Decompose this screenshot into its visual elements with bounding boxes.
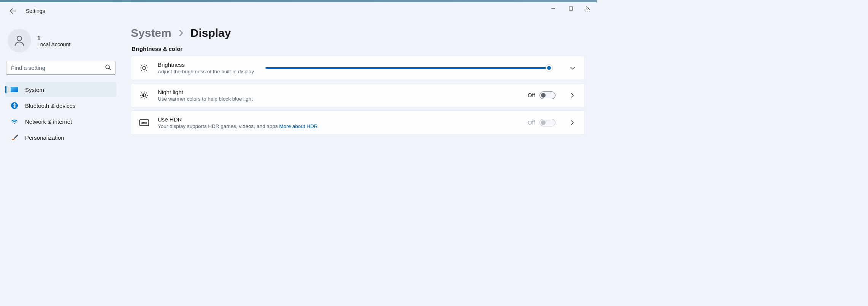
sidebar-item-network[interactable]: Network & internet: [5, 114, 116, 129]
hdr-icon: HDR: [139, 119, 149, 126]
card-brightness[interactable]: Brightness Adjust the brightness of the …: [131, 56, 585, 80]
titlebar: Settings: [0, 2, 597, 20]
open-button[interactable]: [568, 120, 577, 125]
card-title: Brightness: [158, 62, 254, 68]
wifi-icon: [11, 118, 18, 125]
night-light-icon: [139, 91, 149, 100]
arrow-left-icon: [10, 8, 16, 14]
minimize-button[interactable]: [544, 2, 562, 14]
card-subtitle: Use warmer colors to help block blue lig…: [158, 96, 253, 102]
sidebar-item-label: System: [25, 87, 44, 93]
more-about-hdr-link[interactable]: More about HDR: [279, 123, 317, 129]
svg-rect-0: [569, 7, 573, 10]
chevron-right-icon: [178, 29, 184, 37]
section-title: Brightness & color: [132, 46, 585, 52]
toggle-state-label: Off: [528, 92, 535, 98]
sidebar-item-label: Bluetooth & devices: [25, 103, 76, 109]
search-input[interactable]: [6, 61, 116, 75]
brightness-icon: [139, 63, 149, 73]
svg-point-6: [143, 66, 146, 69]
card-title: Use HDR: [158, 116, 317, 123]
svg-point-1: [17, 36, 22, 41]
night-light-toggle[interactable]: [540, 91, 555, 99]
person-icon: [13, 34, 26, 47]
sidebar-item-label: Personalization: [25, 134, 64, 141]
system-icon: [11, 86, 18, 93]
chevron-down-icon: [570, 65, 575, 71]
app-title: Settings: [26, 8, 45, 14]
card-hdr[interactable]: HDR Use HDR Your display supports HDR ga…: [131, 110, 585, 135]
slider-thumb[interactable]: [546, 65, 552, 71]
close-icon: [586, 6, 590, 11]
svg-text:HDR: HDR: [141, 121, 148, 125]
svg-rect-4: [11, 87, 18, 92]
card-subtitle: Adjust the brightness of the built-in di…: [158, 69, 254, 74]
brightness-slider[interactable]: [265, 64, 552, 72]
maximize-icon: [569, 6, 573, 11]
close-button[interactable]: [579, 2, 597, 14]
card-night-light[interactable]: Night light Use warmer colors to help bl…: [131, 83, 585, 107]
profile-subtitle: Local Account: [37, 41, 70, 47]
svg-point-2: [106, 65, 109, 69]
sidebar: 1 Local Account System Bluetooth & dev: [0, 20, 122, 210]
slider-track: [265, 67, 552, 69]
hdr-toggle[interactable]: [540, 119, 555, 126]
maximize-button[interactable]: [562, 2, 579, 14]
expand-button[interactable]: [568, 65, 577, 71]
card-title: Night light: [158, 89, 253, 95]
profile-block[interactable]: 1 Local Account: [5, 27, 116, 59]
bluetooth-icon: [11, 102, 18, 109]
sidebar-item-personalization[interactable]: Personalization: [5, 130, 116, 145]
main-panel: System Display Brightness & color Bright…: [122, 20, 597, 210]
minimize-icon: [551, 6, 555, 11]
hdr-subtitle-text: Your display supports HDR games, videos,…: [158, 123, 279, 129]
sidebar-item-system[interactable]: System: [5, 82, 116, 97]
search-icon: [105, 64, 111, 72]
avatar: [8, 29, 31, 52]
breadcrumb: System Display: [131, 27, 585, 39]
paintbrush-icon: [11, 134, 18, 141]
toggle-state-label: Off: [528, 120, 535, 126]
sidebar-item-label: Network & internet: [25, 118, 72, 125]
breadcrumb-parent[interactable]: System: [131, 27, 171, 39]
card-subtitle: Your display supports HDR games, videos,…: [158, 123, 317, 129]
sidebar-item-bluetooth[interactable]: Bluetooth & devices: [5, 98, 116, 113]
chevron-right-icon: [570, 93, 575, 98]
back-button[interactable]: [7, 5, 19, 17]
search-container: [6, 61, 116, 75]
breadcrumb-current: Display: [190, 27, 231, 39]
chevron-right-icon: [570, 120, 575, 125]
nav-list: System Bluetooth & devices Network & int…: [5, 82, 116, 145]
open-button[interactable]: [568, 93, 577, 98]
profile-name: 1: [37, 34, 70, 41]
